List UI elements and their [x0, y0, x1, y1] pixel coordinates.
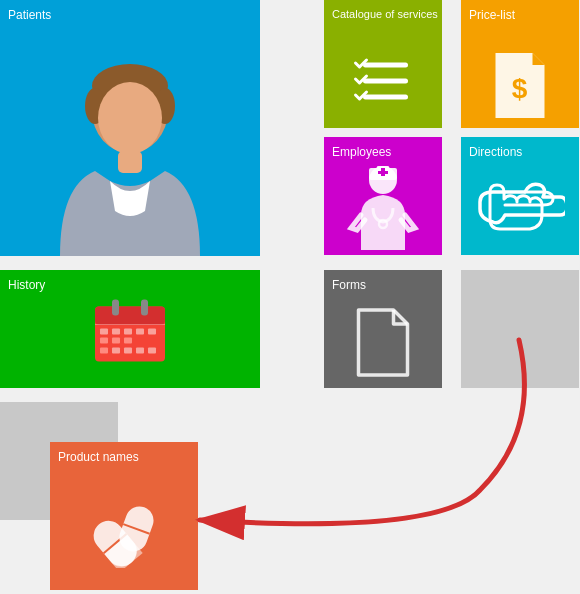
- product-label: Product names: [58, 450, 139, 464]
- hand-icon: [475, 167, 565, 237]
- forms-icon: [351, 305, 416, 380]
- svg-rect-23: [148, 348, 156, 354]
- svg-rect-21: [124, 348, 132, 354]
- svg-rect-15: [148, 329, 156, 335]
- svg-rect-16: [100, 338, 108, 344]
- tile-pricelist[interactable]: Price-list $: [461, 0, 579, 128]
- calendar-icon: [90, 292, 170, 367]
- checklist-icon: [351, 53, 416, 118]
- tile-product[interactable]: Product names: [50, 442, 198, 590]
- svg-rect-5: [118, 151, 142, 173]
- svg-rect-20: [112, 348, 120, 354]
- svg-rect-12: [112, 329, 120, 335]
- pricelist-label: Price-list: [469, 8, 515, 22]
- svg-rect-11: [100, 329, 108, 335]
- forms-label: Forms: [332, 278, 366, 292]
- tile-employees[interactable]: Employees: [324, 137, 442, 255]
- catalogue-label: Catalogue of services: [332, 8, 438, 20]
- tile-grid: Patients History: [0, 0, 580, 594]
- tile-directions[interactable]: Directions: [461, 137, 579, 255]
- tile-forms[interactable]: Forms: [324, 270, 442, 388]
- svg-rect-18: [124, 338, 132, 344]
- tile-patients[interactable]: Patients: [0, 0, 260, 256]
- svg-rect-14: [136, 329, 144, 335]
- pills-icon: [74, 478, 174, 568]
- svg-rect-22: [136, 348, 144, 354]
- pricelist-icon: $: [488, 48, 553, 123]
- patient-avatar-icon: [40, 56, 220, 256]
- svg-rect-19: [100, 348, 108, 354]
- history-label: History: [8, 278, 45, 292]
- svg-rect-8: [112, 300, 119, 316]
- employees-label: Employees: [332, 145, 391, 159]
- tile-catalogue[interactable]: Catalogue of services: [324, 0, 442, 128]
- nurse-icon: [343, 160, 423, 255]
- patients-label: Patients: [8, 8, 51, 22]
- directions-label: Directions: [469, 145, 522, 159]
- svg-text:$: $: [512, 73, 528, 104]
- svg-rect-17: [112, 338, 120, 344]
- tile-grey-right: [461, 270, 579, 388]
- tile-history[interactable]: History: [0, 270, 260, 388]
- svg-point-4: [98, 82, 162, 154]
- svg-rect-13: [124, 329, 132, 335]
- svg-rect-38: [378, 171, 388, 174]
- svg-rect-7: [95, 307, 165, 325]
- svg-rect-9: [141, 300, 148, 316]
